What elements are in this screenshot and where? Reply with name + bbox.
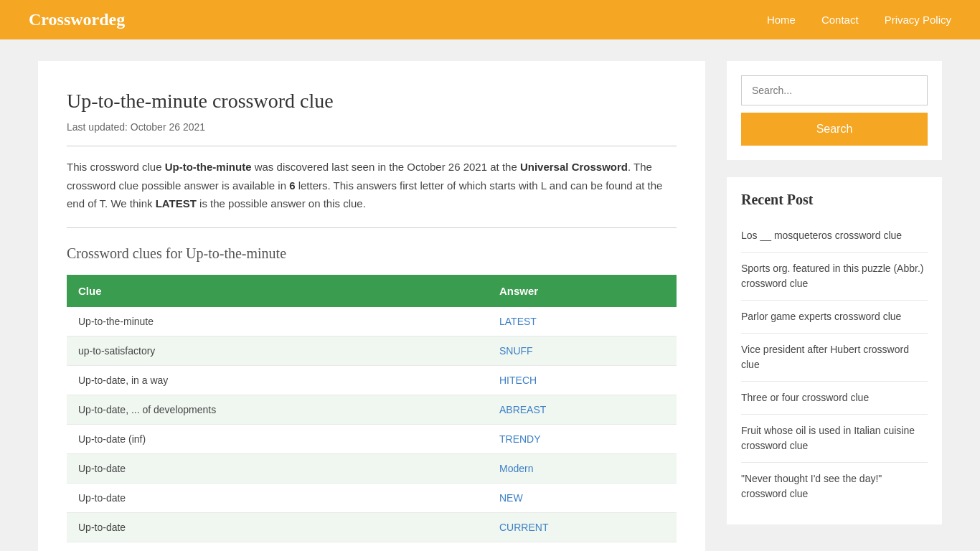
table-row: Up-to-the-minuteLATEST [67, 307, 677, 336]
table-row: Up-to-dateCURRENT [67, 512, 677, 542]
cell-clue: Up-to-date, in a way [67, 365, 488, 395]
cell-answer: Modern [488, 453, 677, 483]
main-nav: Home Contact Privacy Policy [767, 14, 951, 26]
cell-answer: HITECH [488, 365, 677, 395]
table-header-row: Clue Answer [67, 275, 677, 307]
col-answer: Answer [488, 275, 677, 307]
cell-clue: Up-to-the-minute [67, 307, 488, 336]
cell-clue: Up-to-date [67, 483, 488, 512]
cell-clue: up-to-satisfactory [67, 336, 488, 365]
last-updated: Last updated: October 26 2021 [67, 121, 677, 133]
main-content: Up-to-the-minute crossword clue Last upd… [38, 61, 705, 551]
page-wrapper: Up-to-the-minute crossword clue Last upd… [24, 39, 956, 551]
recent-post-item[interactable]: Fruit whose oil is used in Italian cuisi… [741, 415, 928, 463]
search-button[interactable]: Search [741, 113, 928, 146]
cell-answer: SNUFF [488, 336, 677, 365]
cell-answer: CURRENT [488, 512, 677, 542]
letters-bold: 6 [289, 179, 295, 192]
cell-answer: ABREAST [488, 395, 677, 424]
clues-table: Clue Answer Up-to-the-minuteLATESTup-to-… [67, 275, 677, 542]
recent-post-item[interactable]: Parlor game experts crossword clue [741, 301, 928, 334]
cell-clue: Up-to-date [67, 512, 488, 542]
table-row: up-to-satisfactorySNUFF [67, 336, 677, 365]
recent-post-item[interactable]: "Never thought I'd see the day!" crosswo… [741, 463, 928, 510]
cell-clue: Up-to-date (inf) [67, 424, 488, 453]
cell-clue: Up-to-date [67, 453, 488, 483]
answer-bold: LATEST [156, 197, 197, 209]
table-row: Up-to-date, ... of developmentsABREAST [67, 395, 677, 424]
recent-posts-list: Los __ mosqueteros crossword clueSports … [741, 220, 928, 510]
table-row: Up-to-date (inf)TRENDY [67, 424, 677, 453]
divider-1 [67, 146, 677, 146]
divider-2 [67, 227, 677, 228]
clues-heading: Crossword clues for Up-to-the-minute [67, 245, 677, 262]
article-title: Up-to-the-minute crossword clue [67, 90, 677, 113]
cell-answer: NEW [488, 483, 677, 512]
article-body: This crossword clue Up-to-the-minute was… [67, 158, 677, 213]
sidebar: Search Recent Post Los __ mosqueteros cr… [727, 61, 942, 551]
nav-contact[interactable]: Contact [821, 14, 859, 26]
source-bold: Universal Crossword [520, 161, 628, 173]
nav-privacy[interactable]: Privacy Policy [885, 14, 951, 26]
recent-posts: Recent Post Los __ mosqueteros crossword… [727, 177, 942, 524]
recent-post-item[interactable]: Sports org. featured in this puzzle (Abb… [741, 253, 928, 301]
clue-bold: Up-to-the-minute [165, 161, 252, 173]
cell-clue: Up-to-date, ... of developments [67, 395, 488, 424]
col-clue: Clue [67, 275, 488, 307]
recent-post-item[interactable]: Los __ mosqueteros crossword clue [741, 220, 928, 253]
recent-post-item[interactable]: Vice president after Hubert crossword cl… [741, 334, 928, 382]
site-title: Crosswordeg [29, 10, 125, 29]
search-input[interactable] [741, 75, 928, 105]
recent-posts-title: Recent Post [741, 192, 928, 208]
nav-home[interactable]: Home [767, 14, 796, 26]
recent-post-item[interactable]: Three or four crossword clue [741, 382, 928, 415]
table-row: Up-to-date, in a wayHITECH [67, 365, 677, 395]
table-row: Up-to-dateNEW [67, 483, 677, 512]
table-row: Up-to-dateModern [67, 453, 677, 483]
search-box: Search [727, 61, 942, 160]
cell-answer: TRENDY [488, 424, 677, 453]
cell-answer: LATEST [488, 307, 677, 336]
header: Crosswordeg Home Contact Privacy Policy [0, 0, 980, 39]
